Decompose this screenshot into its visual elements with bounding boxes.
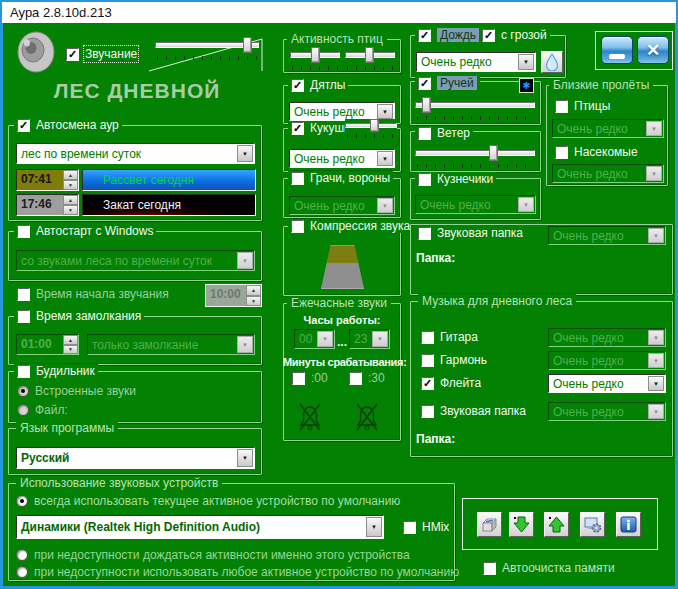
info-button[interactable] (616, 512, 641, 537)
checkbox-hmix-box (403, 521, 416, 534)
titlebar[interactable]: Аура 2.8.10d.213 (2, 2, 676, 23)
checkbox-rain[interactable]: ✓ Дождь (415, 28, 482, 42)
spin-up-icon[interactable]: ▲ (63, 195, 78, 205)
slider-thumb[interactable] (370, 119, 379, 132)
dropdown-hour-from-value: 00 (295, 331, 316, 347)
slider-track[interactable] (415, 150, 535, 156)
sunset-time-spinner[interactable]: 17:46 ▲▼ (16, 194, 79, 216)
music-folder-path-label: Папка: (416, 432, 455, 446)
silence-time-value: 01:00 (17, 335, 63, 354)
checkbox-flute[interactable]: ✓ Флейта (418, 376, 484, 390)
checkbox-wind[interactable]: Ветер (415, 126, 473, 140)
checkbox-guitar[interactable]: Гитара (418, 330, 481, 344)
chevron-down-icon[interactable]: ▼ (518, 54, 534, 70)
checkbox-autochange[interactable]: ✓ Автосмена аур (14, 118, 122, 132)
spin-up-icon[interactable]: ▲ (63, 170, 78, 180)
dropdown-autostart-value: со звуками леса по времени суток (17, 253, 236, 269)
radio-alarm-builtin[interactable]: Встроенные звуки (17, 384, 136, 398)
checkbox-compression[interactable]: Компрессия звука (288, 219, 413, 233)
chevron-down-icon[interactable]: ▼ (648, 376, 664, 391)
start-time-value: 10:00 (206, 285, 246, 306)
sunset-row: Закат сегодня (82, 194, 256, 216)
checkbox-grasshoppers[interactable]: Кузнечики (415, 172, 496, 186)
dropdown-grasshoppers-freq: Очень редко ▼ (415, 195, 536, 214)
spin-down-icon[interactable]: ▼ (63, 205, 78, 215)
checkbox-autoclean[interactable]: Автоочистка памяти (480, 561, 618, 575)
checkmark-icon: ✓ (68, 49, 77, 60)
checkbox-woodpeckers[interactable]: ✓ Дятлы (288, 78, 348, 92)
radio-device-always[interactable]: всегда использовать текущее активное уст… (16, 494, 400, 508)
checkbox-flyby-insects[interactable]: Насекомые (552, 145, 641, 159)
checkbox-minute-00-box (292, 372, 305, 385)
checkbox-sound-folder[interactable]: Звуковая папка (415, 226, 526, 240)
checkbox-storm-label: с грозой (501, 28, 547, 42)
chevron-down-icon[interactable]: ▼ (377, 104, 393, 119)
volume-slider-thumb[interactable] (243, 37, 252, 53)
checkbox-silence[interactable]: Время замолкания (14, 309, 144, 323)
checkbox-sound-folder-label: Звуковая папка (437, 226, 523, 240)
info-icon (619, 515, 638, 534)
chevron-down-icon[interactable]: ▼ (377, 151, 393, 166)
cuckoos-volume-slider[interactable] (345, 119, 397, 139)
close-button[interactable]: ✕ (637, 36, 669, 64)
minimize-button[interactable] (601, 36, 633, 64)
checkbox-stream-label: Ручей (437, 76, 477, 90)
slider-thumb[interactable] (311, 47, 320, 63)
dropdown-language[interactable]: Русский ▼ (16, 447, 255, 469)
chevron-down-icon[interactable]: ▼ (237, 449, 253, 467)
dropdown-flute-freq[interactable]: Очень редко ▼ (548, 374, 666, 393)
volume-slider[interactable] (155, 37, 259, 61)
radio-device-any[interactable]: при недоступности использовать любое акт… (16, 565, 459, 579)
sunrise-spinner-buttons[interactable]: ▲▼ (63, 170, 78, 190)
checkbox-music-folder[interactable]: Звуковая папка (418, 404, 529, 418)
group-hourly-title: Ежечасные звуки (287, 296, 391, 310)
stream-volume-slider[interactable] (415, 97, 535, 121)
radio-device-wait[interactable]: при недоступности дождаться активности и… (16, 548, 410, 562)
checkbox-minute-30[interactable]: :30 (346, 371, 388, 385)
checkbox-accordion-label: Гармонь (440, 353, 487, 367)
checkbox-hmix[interactable]: HMix (400, 520, 452, 534)
slider-thumb[interactable] (489, 145, 498, 161)
sunset-spinner-buttons[interactable]: ▲▼ (63, 195, 78, 215)
slider-ticks (417, 116, 533, 120)
dropdown-cuckoos-freq[interactable]: Очень редко ▼ (289, 149, 395, 168)
dropdown-rain-freq[interactable]: Очень редко ▼ (416, 52, 536, 72)
stream-settings-button[interactable]: ✱ (519, 78, 534, 93)
checkbox-rooks-box (291, 172, 304, 185)
slider-thumb[interactable] (365, 47, 374, 63)
checkbox-woodpeckers-box: ✓ (291, 79, 304, 92)
checkbox-autostart[interactable]: Автостарт с Windows (14, 224, 156, 238)
dropdown-audio-device[interactable]: Динамики (Realtek High Definition Audio)… (16, 515, 384, 539)
checkbox-accordion[interactable]: Гармонь (418, 353, 490, 367)
hotkey-button[interactable] (477, 512, 502, 537)
slider-track[interactable] (415, 102, 535, 108)
chevron-down-icon[interactable]: ▼ (366, 517, 382, 537)
checkbox-alarm[interactable]: Будильник (14, 364, 98, 378)
spin-down-icon[interactable]: ▼ (63, 180, 78, 190)
system-settings-button[interactable] (580, 512, 605, 537)
checkbox-storm[interactable]: ✓ с грозой (479, 28, 550, 42)
checkbox-start-time[interactable]: Время начала звучания (14, 287, 172, 301)
slider-thumb[interactable] (422, 97, 431, 113)
spin-up-icon: ▲ (63, 335, 78, 345)
checkbox-flyby-birds[interactable]: Птицы (552, 99, 613, 113)
checkbox-minute-00[interactable]: :00 (289, 371, 331, 385)
checkbox-grasshoppers-label: Кузнечики (437, 172, 493, 186)
sunrise-time-spinner[interactable]: 07:41 ▲▼ (16, 169, 79, 191)
chevron-down-icon: ▼ (237, 336, 253, 353)
checkbox-stream[interactable]: ✓ Ручей (415, 76, 480, 90)
dropdown-autochange-value: лес по времени суток (17, 146, 236, 162)
bird-activity-slider-2[interactable] (345, 47, 395, 71)
checkmark-icon: ✓ (423, 378, 432, 389)
import-button[interactable] (509, 512, 534, 537)
radio-alarm-file[interactable]: Файл: (17, 403, 68, 417)
checkbox-sound[interactable]: ✓ Звучание (63, 47, 140, 61)
export-button[interactable] (544, 512, 569, 537)
checkbox-rooks[interactable]: Грачи, вороны (288, 171, 393, 185)
computer-gear-icon (583, 515, 602, 534)
chevron-down-icon[interactable]: ▼ (237, 145, 253, 162)
wind-volume-slider[interactable] (415, 145, 535, 169)
dropdown-autochange-preset[interactable]: лес по времени суток ▼ (16, 143, 255, 164)
rain-drop-button[interactable] (541, 51, 563, 73)
bird-activity-slider-1[interactable] (290, 47, 340, 71)
